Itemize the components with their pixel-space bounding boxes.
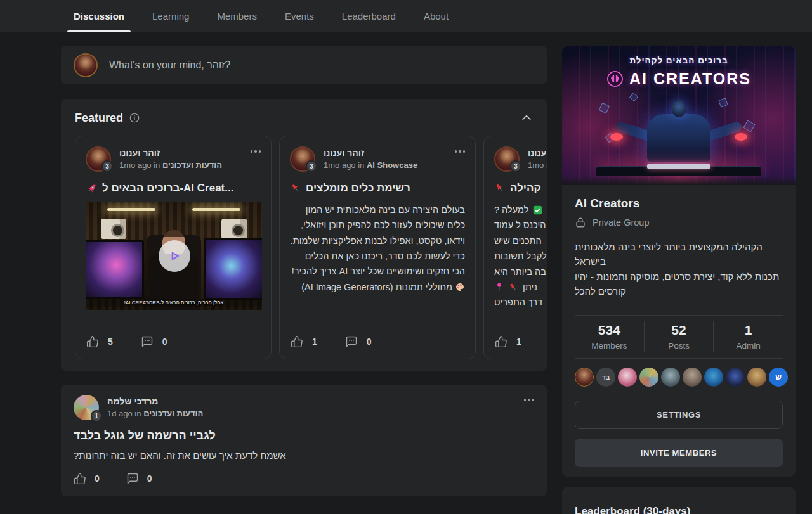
timestamp: 1d ago in	[107, 409, 141, 418]
author-name[interactable]: זוהר וענונו	[528, 148, 547, 158]
comment-count: 0	[367, 337, 372, 347]
leaderboard-title: Leaderboard (30-days)	[575, 505, 783, 514]
post-header: 1 מרדכי שלמה 1d ago in הודעות ועדכונים	[74, 395, 534, 420]
stat-posts: 52 Posts	[644, 321, 714, 352]
pushpin-emoji	[508, 282, 519, 293]
monitor	[204, 238, 262, 300]
tab-events[interactable]: Events	[278, 0, 320, 32]
tab-discussion[interactable]: Discussion	[67, 0, 131, 32]
post-menu-icon[interactable]	[524, 395, 535, 420]
post-header: 3 זוהר וענונו 1mo ago in הודעות ועדכונים	[86, 146, 261, 172]
timestamp: 1mo ago in	[528, 160, 547, 170]
post-meta: 1d ago in הודעות ועדכונים	[107, 409, 203, 418]
comment-icon	[345, 335, 358, 348]
tab-learning[interactable]: Learning	[146, 0, 195, 32]
keyboard	[647, 164, 710, 169]
author-avatar[interactable]: 3	[290, 146, 315, 172]
like-button[interactable]: 0	[74, 472, 100, 485]
member-avatar[interactable]	[704, 368, 723, 387]
banner-welcome-text: ברוכים הבאים לקהילת	[562, 56, 796, 65]
brain-icon	[606, 70, 624, 87]
member-avatar[interactable]	[575, 368, 594, 387]
like-button[interactable]: 5	[86, 335, 113, 348]
member-avatars-row: בד ש	[575, 368, 783, 387]
post-body: בעולם היצירה עם בינה מלאכותית יש המון כל…	[290, 202, 465, 312]
author-name[interactable]: זוהר וענונו	[119, 148, 222, 158]
video-thumbnail[interactable]: אהלן חברים, ברוכים הבאים ל-AI CREATORS!	[86, 202, 262, 310]
post-header: 3 זוהר וענונו 1mo ago in AI Showcase	[290, 146, 465, 172]
post-menu-icon[interactable]	[455, 146, 466, 172]
member-avatar[interactable]	[639, 368, 658, 387]
like-count: 1	[516, 337, 521, 347]
comment-button[interactable]: 0	[126, 472, 152, 485]
member-avatar[interactable]	[661, 368, 680, 387]
info-icon[interactable]	[129, 112, 140, 124]
current-user-avatar[interactable]	[74, 53, 98, 77]
stat-label: Posts	[645, 341, 714, 350]
featured-section: Featured 3 זוהר וענונו 1mo ago in הודעות…	[61, 99, 547, 371]
comment-button[interactable]: 0	[141, 335, 167, 348]
featured-post-card-3[interactable]: 3 זוהר וענונו 1mo ago in קהילה ? למעלה ה…	[483, 136, 547, 359]
comment-icon	[126, 472, 139, 485]
stat-admin: 1 Admin	[713, 321, 783, 352]
group-name: AI Creators	[575, 196, 783, 210]
space-link[interactable]: AI Showcase	[367, 160, 417, 170]
composer-prompt: What's on your mind, זוהר?	[109, 60, 230, 71]
level-badge: 3	[306, 160, 317, 172]
studio-light	[107, 208, 155, 211]
member-avatar[interactable]: ש	[769, 368, 788, 387]
author-avatar[interactable]: 1	[74, 395, 99, 420]
like-button[interactable]: 1	[291, 335, 317, 348]
group-stats: 534 Members 52 Posts 1 Admin	[575, 316, 783, 358]
comment-count: 0	[147, 473, 152, 484]
author-name[interactable]: זוהר וענונו	[324, 148, 417, 158]
stat-value: 534	[575, 323, 644, 338]
post-menu-icon[interactable]	[251, 146, 261, 172]
member-avatar[interactable]	[683, 368, 702, 387]
post-title: קהילה	[494, 182, 547, 195]
timestamp: 1mo ago in	[324, 160, 364, 170]
tab-about[interactable]: About	[417, 0, 455, 32]
featured-post-card-2[interactable]: 3 זוהר וענונו 1mo ago in AI Showcase רשי…	[279, 136, 476, 359]
stat-label: Members	[575, 341, 644, 350]
speaker	[101, 219, 126, 239]
space-link[interactable]: הודעות ועדכונים	[162, 160, 222, 170]
member-avatar[interactable]	[726, 368, 745, 387]
pushpin-emoji	[290, 183, 301, 194]
member-avatar[interactable]	[747, 368, 766, 387]
member-avatar[interactable]	[618, 368, 637, 387]
member-avatar[interactable]: בד	[596, 368, 615, 387]
author-name[interactable]: מרדכי שלמה	[107, 396, 203, 406]
collapse-chevron-icon[interactable]	[520, 112, 533, 124]
lock-icon	[575, 217, 586, 228]
like-count: 0	[95, 473, 100, 484]
engagement-bar: 5 0	[75, 324, 271, 359]
invite-members-button[interactable]: INVITE MEMBERS	[575, 439, 783, 467]
nav-tabs: Discussion Learning Members Events Leade…	[67, 0, 455, 32]
featured-post-card-1[interactable]: 3 זוהר וענונו 1mo ago in הודעות ועדכונים…	[75, 136, 272, 359]
settings-button[interactable]: SETTINGS	[575, 401, 783, 429]
post-title[interactable]: לגביי הרשמה של גוגל בלבד	[74, 429, 534, 442]
group-info: AI Creators Private Group הקהילה המקצועי…	[562, 185, 796, 477]
timestamp: 1mo ago in	[119, 160, 160, 170]
post-composer[interactable]: What's on your mind, זוהר?	[61, 46, 547, 84]
banner-brand: AI CREATORS	[562, 70, 796, 88]
divider	[575, 358, 783, 359]
stat-value: 1	[714, 323, 783, 338]
author-avatar[interactable]: 3	[494, 146, 520, 172]
tab-members[interactable]: Members	[211, 0, 263, 32]
thumbs-up-icon	[495, 335, 508, 348]
figure-hand	[610, 133, 623, 141]
space-link[interactable]: הודעות ועדכונים	[143, 409, 203, 418]
post-card[interactable]: 1 מרדכי שלמה 1d ago in הודעות ועדכונים ל…	[61, 385, 547, 496]
tab-leaderboard[interactable]: Leaderboard	[336, 0, 402, 32]
featured-cards-row: 3 זוהר וענונו 1mo ago in הודעות ועדכונים…	[61, 136, 547, 359]
play-button[interactable]	[159, 240, 190, 272]
like-count: 1	[312, 337, 317, 347]
privacy-row: Private Group	[575, 217, 783, 228]
video-caption: אהלן חברים, ברוכים הבאים ל-AI CREATORS!	[86, 299, 262, 307]
tab-label: Discussion	[74, 11, 124, 22]
like-button[interactable]: 1	[495, 335, 521, 348]
author-avatar[interactable]: 3	[86, 146, 111, 172]
comment-button[interactable]: 0	[345, 335, 372, 348]
